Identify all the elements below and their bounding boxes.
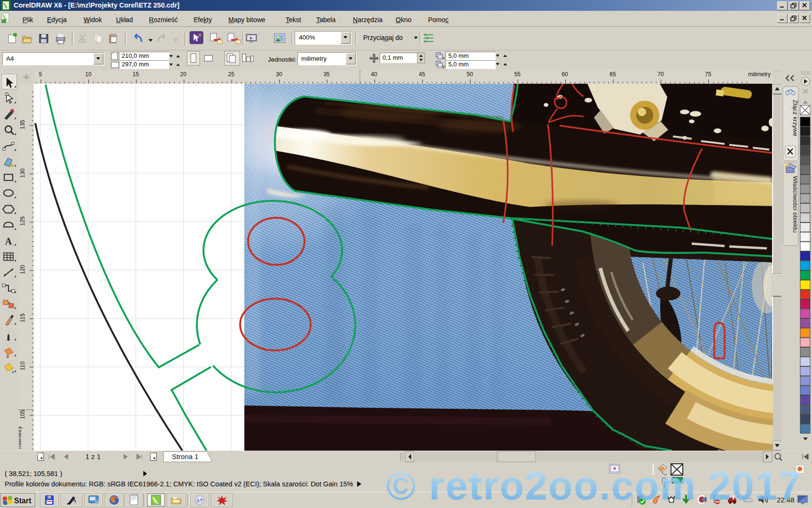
svg-text:λ?: λ? xyxy=(197,498,203,503)
svg-text:milimetry: milimetry xyxy=(748,71,771,78)
svg-text:45: 45 xyxy=(419,71,425,78)
svg-text:22:48: 22:48 xyxy=(777,496,795,504)
svg-text:35: 35 xyxy=(323,71,330,78)
svg-text:60: 60 xyxy=(562,71,568,78)
svg-text:Strona 1: Strona 1 xyxy=(172,452,199,460)
svg-text:115: 115 xyxy=(19,313,26,322)
svg-text:25: 25 xyxy=(228,71,234,78)
svg-text:15: 15 xyxy=(133,71,139,78)
svg-text:30: 30 xyxy=(276,71,282,78)
svg-text:105: 105 xyxy=(19,410,26,419)
svg-text:110: 110 xyxy=(19,361,26,370)
svg-text:Start: Start xyxy=(14,497,31,505)
svg-text:20: 20 xyxy=(180,71,187,78)
svg-text:55: 55 xyxy=(514,71,521,78)
svg-text:40: 40 xyxy=(371,71,377,78)
svg-text:5: 5 xyxy=(39,71,42,78)
svg-text:Właściwości obiektu: Właściwości obiektu xyxy=(792,176,799,233)
svg-text:75: 75 xyxy=(705,71,711,78)
svg-text:Złącz krzywe: Złącz krzywe xyxy=(792,100,799,136)
svg-text:A: A xyxy=(5,236,12,246)
svg-text:65: 65 xyxy=(609,71,616,78)
svg-text:milimetry: milimetry xyxy=(19,426,23,449)
svg-text:130: 130 xyxy=(19,168,26,178)
svg-text:1 z 1: 1 z 1 xyxy=(86,452,101,460)
svg-text:50: 50 xyxy=(467,71,473,78)
svg-text:y: y xyxy=(443,64,445,69)
svg-text:70: 70 xyxy=(657,71,664,78)
svg-text:125: 125 xyxy=(19,216,26,226)
svg-text:10: 10 xyxy=(85,71,92,78)
svg-text:120: 120 xyxy=(19,265,26,274)
svg-text:x: x xyxy=(443,56,445,60)
svg-text:135: 135 xyxy=(19,120,26,129)
